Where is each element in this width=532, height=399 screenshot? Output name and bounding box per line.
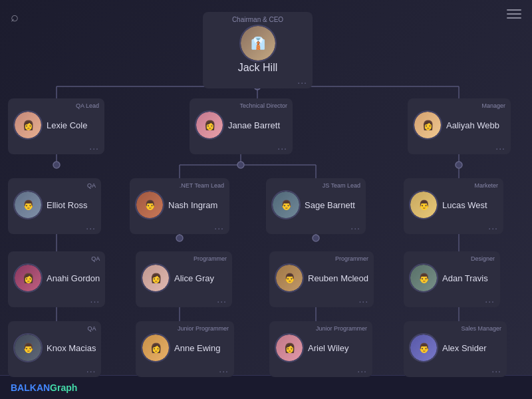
nash-avatar: 👨: [135, 190, 164, 219]
alice-avatar: 👩: [141, 263, 170, 293]
alex-avatar: 👨: [409, 333, 438, 362]
alex-name: Alex Snider: [442, 343, 486, 353]
search-icon[interactable]: ⌕: [11, 9, 19, 25]
node-ariel[interactable]: Junior Programmer 👩 Ariel Wiley ...: [269, 321, 372, 377]
elliot-role: QA: [87, 182, 96, 189]
anahi-name: Anahi Gordon: [47, 273, 100, 283]
logo-graph: Graph: [50, 382, 77, 393]
knox-avatar: 👨: [13, 333, 43, 362]
reuben-name: Reuben Mcleod: [308, 273, 368, 283]
ceo-role: Chairman & CEO: [232, 16, 283, 23]
node-ceo[interactable]: Chairman & CEO 👔 Jack Hill ...: [203, 12, 313, 88]
knox-role: QA: [87, 325, 96, 332]
knox-name: Knox Macias: [47, 343, 96, 353]
lucas-name: Lucas West: [442, 200, 487, 210]
aaliyah-avatar: 👩: [413, 110, 442, 140]
anahi-avatar: 👩: [13, 263, 43, 293]
aaliyah-name: Aaliyah Webb: [446, 120, 499, 130]
node-janae[interactable]: Technical Director 👩 Janae Barrett ...: [190, 98, 293, 154]
elliot-dots[interactable]: ...: [86, 221, 96, 231]
ceo-name: Jack Hill: [238, 62, 278, 74]
node-aaliyah[interactable]: Manager 👩 Aaliyah Webb ...: [408, 98, 511, 154]
lucas-role: Marketer: [474, 182, 498, 189]
elliot-avatar: 👨: [13, 190, 43, 219]
lucas-dots[interactable]: ...: [488, 221, 498, 231]
aaliyah-dots[interactable]: ...: [495, 141, 505, 152]
ariel-avatar: 👩: [275, 333, 304, 362]
sage-dots[interactable]: ...: [350, 221, 360, 231]
anahi-role: QA: [91, 255, 100, 262]
lexie-name: Lexie Cole: [47, 120, 87, 130]
node-nash[interactable]: .NET Team Lead 👨 Nash Ingram ...: [130, 178, 229, 234]
alex-role: Sales Manager: [461, 325, 501, 332]
app-logo: BALKANGraph: [11, 382, 77, 393]
alex-dots[interactable]: ...: [491, 364, 501, 374]
lexie-role: QA Lead: [76, 102, 99, 109]
anne-avatar: 👩: [141, 333, 170, 362]
elliot-name: Elliot Ross: [47, 200, 87, 210]
nash-name: Nash Ingram: [168, 200, 217, 210]
alice-name: Alice Gray: [174, 273, 214, 283]
node-alex[interactable]: Sales Manager 👨 Alex Snider ...: [404, 321, 507, 377]
adan-role: Designer: [471, 255, 495, 262]
lexie-avatar: 👩: [13, 110, 43, 140]
alice-dots[interactable]: ...: [217, 294, 227, 305]
adan-avatar: 👨: [409, 263, 438, 293]
janae-name: Janae Barrett: [228, 120, 280, 130]
ariel-dots[interactable]: ...: [357, 364, 367, 374]
logo-balkan: BALKAN: [11, 382, 50, 393]
janae-avatar: 👩: [195, 110, 224, 140]
menu-icon[interactable]: [507, 9, 521, 19]
knox-dots[interactable]: ...: [86, 364, 96, 374]
svg-point-25: [456, 162, 462, 168]
adan-name: Adan Travis: [442, 273, 488, 283]
janae-role: Technical Director: [239, 102, 287, 109]
sage-name: Sage Barnett: [305, 200, 355, 210]
node-anahi[interactable]: QA 👩 Anahi Gordon ...: [8, 251, 105, 307]
ceo-avatar: 👔: [239, 25, 277, 62]
reuben-avatar: 👨: [275, 263, 304, 293]
sage-avatar: 👨: [271, 190, 301, 219]
node-lexie[interactable]: QA Lead 👩 Lexie Cole ...: [8, 98, 104, 154]
org-chart: ⌕: [0, 0, 532, 399]
nash-role: .NET Team Lead: [180, 182, 224, 189]
node-reuben[interactable]: Programmer 👨 Reuben Mcleod ...: [269, 251, 374, 307]
anne-name: Anne Ewing: [174, 343, 220, 353]
node-adan[interactable]: Designer 👨 Adan Travis ...: [404, 251, 500, 307]
sage-role: JS Team Lead: [323, 182, 360, 189]
node-knox[interactable]: QA 👨 Knox Macias ...: [8, 321, 101, 377]
alice-role: Programmer: [194, 255, 227, 262]
node-sage[interactable]: JS Team Lead 👨 Sage Barnett ...: [266, 178, 366, 234]
node-elliot[interactable]: QA 👨 Elliot Ross ...: [8, 178, 101, 234]
janae-dots[interactable]: ...: [277, 141, 287, 152]
reuben-role: Programmer: [335, 255, 368, 262]
lexie-dots[interactable]: ...: [89, 141, 99, 152]
svg-point-27: [313, 235, 319, 241]
svg-point-26: [176, 235, 183, 241]
ariel-name: Ariel Wiley: [308, 343, 348, 353]
anne-role: Junior Programmer: [178, 325, 229, 332]
node-alice[interactable]: Programmer 👩 Alice Gray ...: [136, 251, 232, 307]
anne-dots[interactable]: ...: [219, 364, 229, 374]
ceo-dots[interactable]: ...: [297, 75, 307, 86]
reuben-dots[interactable]: ...: [358, 294, 368, 305]
bottom-bar: BALKANGraph: [0, 375, 532, 399]
anahi-dots[interactable]: ...: [90, 294, 100, 305]
lucas-avatar: 👨: [409, 190, 438, 219]
svg-point-23: [53, 162, 60, 168]
node-anne[interactable]: Junior Programmer 👩 Anne Ewing ...: [136, 321, 234, 377]
ariel-role: Junior Programmer: [316, 325, 367, 332]
aaliyah-role: Manager: [481, 102, 505, 109]
adan-dots[interactable]: ...: [485, 294, 495, 305]
svg-point-24: [237, 162, 244, 168]
node-lucas[interactable]: Marketer 👨 Lucas West ...: [404, 178, 503, 234]
nash-dots[interactable]: ...: [214, 221, 224, 231]
